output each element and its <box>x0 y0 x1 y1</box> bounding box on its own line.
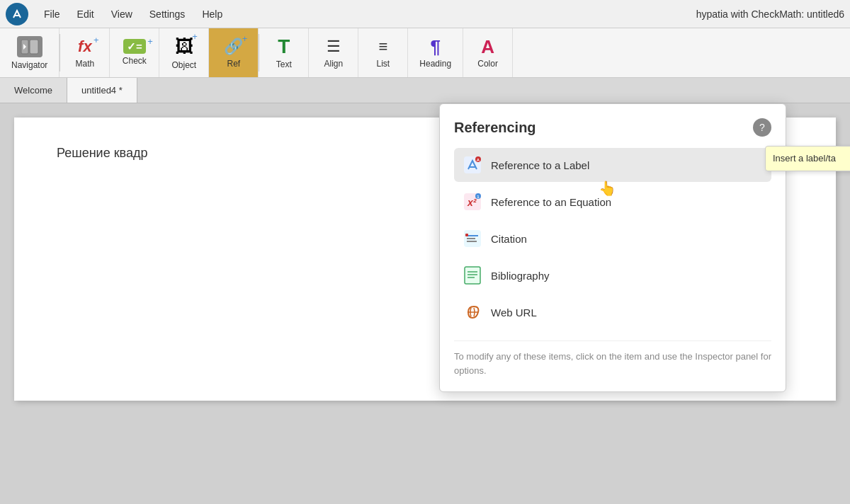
ref-icon-wrap: 🔗 + <box>224 38 243 56</box>
ref-item-equation[interactable]: x² 1 Reference to an Equation <box>454 185 771 219</box>
ref-equation-icon: x² 1 <box>463 192 482 212</box>
svg-rect-18 <box>465 267 480 284</box>
ref-bibliography-icon <box>463 265 482 285</box>
ref-weburl-icon <box>463 302 482 322</box>
math-label: Math <box>76 59 95 69</box>
ref-item-citation[interactable]: Citation <box>454 222 771 256</box>
menu-edit[interactable]: Edit <box>70 6 101 23</box>
navigator-icon <box>17 36 42 57</box>
heading-icon: ¶ <box>430 38 440 56</box>
navigator-label: Navigator <box>11 60 47 70</box>
toolbar-heading[interactable]: ¶ Heading <box>408 28 463 77</box>
color-icon: A <box>481 38 494 56</box>
ref-item-bibliography[interactable]: Bibliography <box>454 258 771 292</box>
ref-equation-text: Reference to an Equation <box>491 196 611 208</box>
object-label: Object <box>172 60 197 70</box>
align-icon: ☰ <box>327 38 341 56</box>
toolbar-list[interactable]: ≡ List <box>358 28 408 77</box>
ref-label: Ref <box>227 59 241 69</box>
list-label: List <box>377 59 390 69</box>
ref-label-icon: A <box>463 155 482 175</box>
math-icon-wrap: fx + <box>78 38 92 56</box>
ref-item-label[interactable]: A Reference to a Label <box>454 148 771 182</box>
tab-welcome[interactable]: Welcome <box>0 78 67 103</box>
ref-citation-icon <box>463 229 482 248</box>
svg-text:A: A <box>477 158 480 162</box>
ref-panel-header: Referencing ? <box>454 118 771 137</box>
menu-view[interactable]: View <box>104 6 140 23</box>
menubar: File Edit View Settings Help hypatia wit… <box>0 0 850 28</box>
ref-label-text: Reference to a Label <box>491 159 589 171</box>
toolbar: Navigator fx + Math ✓= + Check 🖼 + Objec… <box>0 28 850 78</box>
menu-settings[interactable]: Settings <box>142 6 193 23</box>
menu-file[interactable]: File <box>37 6 67 23</box>
math-plus-icon: + <box>94 35 99 45</box>
align-label: Align <box>324 59 344 69</box>
ref-panel: Referencing ? A Reference to a Label x² … <box>439 103 786 392</box>
ref-icon: 🔗 <box>224 38 243 55</box>
app-logo <box>6 3 28 25</box>
math-icon: fx <box>78 38 92 55</box>
tabs-bar: Welcome untitled4 * <box>0 78 850 103</box>
toolbar-color[interactable]: A Color <box>463 28 513 77</box>
svg-rect-17 <box>465 234 468 236</box>
ref-help-button[interactable]: ? <box>753 118 771 137</box>
svg-rect-3 <box>30 40 38 54</box>
tooltip-box: Insert a label/ta <box>765 146 850 171</box>
check-plus-icon: + <box>147 36 153 47</box>
ref-panel-footer: To modify any of these items, click on t… <box>454 340 771 377</box>
object-plus-icon: + <box>192 31 198 42</box>
window-title: hypatia with CheckMath: untitled6 <box>696 8 844 20</box>
ref-plus-icon: + <box>242 33 248 44</box>
svg-text:x²: x² <box>467 197 477 208</box>
main-content: Решение квадр Referencing ? A Reference … <box>0 103 850 504</box>
ref-item-weburl[interactable]: Web URL <box>454 295 771 329</box>
menu-help[interactable]: Help <box>195 6 230 23</box>
check-label: Check <box>123 56 147 66</box>
toolbar-ref[interactable]: 🔗 + Ref <box>209 28 259 77</box>
toolbar-check[interactable]: ✓= + Check <box>110 28 159 77</box>
toolbar-align[interactable]: ☰ Align <box>309 28 358 77</box>
ref-panel-title: Referencing <box>454 120 536 136</box>
text-icon: T <box>278 37 290 57</box>
toolbar-text[interactable]: T Text <box>259 28 309 77</box>
object-icon: 🖼 <box>175 35 193 57</box>
ref-citation-text: Citation <box>491 233 527 245</box>
check-icon-wrap: ✓= + <box>123 40 146 53</box>
tab-untitled4[interactable]: untitled4 * <box>67 78 137 103</box>
object-icon-wrap: 🖼 + <box>175 35 193 57</box>
toolbar-object[interactable]: 🖼 + Object <box>159 28 209 77</box>
check-icon: ✓= <box>123 39 146 54</box>
heading-label: Heading <box>419 59 451 69</box>
ref-bibliography-text: Bibliography <box>491 270 550 282</box>
ref-weburl-text: Web URL <box>491 307 537 319</box>
color-label: Color <box>477 59 498 69</box>
list-icon: ≡ <box>378 38 387 56</box>
toolbar-math[interactable]: fx + Math <box>60 28 110 77</box>
text-label: Text <box>276 59 292 69</box>
toolbar-navigator[interactable]: Navigator <box>0 28 60 77</box>
